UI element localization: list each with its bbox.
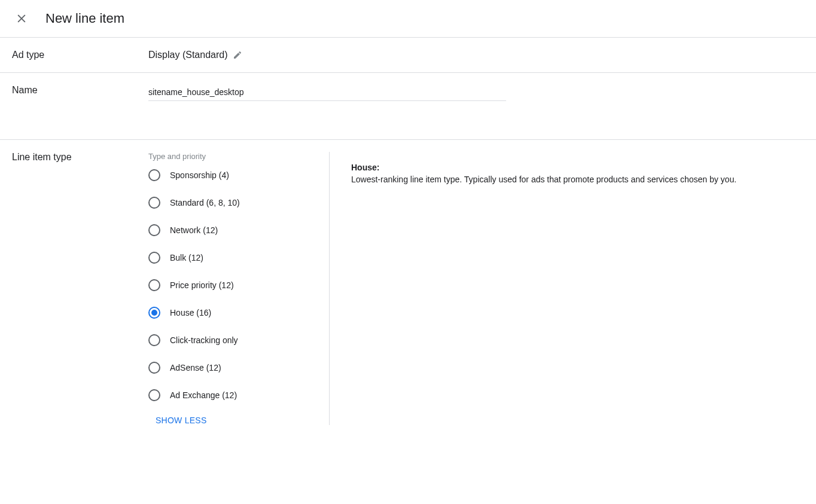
radio-icon xyxy=(148,252,160,264)
line-item-type-label: Line item type xyxy=(12,152,148,425)
radio-icon xyxy=(148,169,160,181)
line-item-type-option[interactable]: Standard (6, 8, 10) xyxy=(148,197,329,209)
edit-ad-type-button[interactable] xyxy=(233,50,242,60)
line-item-type-option[interactable]: Ad Exchange (12) xyxy=(148,389,329,401)
line-item-type-option[interactable]: Price priority (12) xyxy=(148,279,329,291)
radio-icon xyxy=(148,279,160,291)
radio-icon xyxy=(148,334,160,346)
vertical-divider xyxy=(329,152,330,425)
radio-label: Ad Exchange (12) xyxy=(170,390,237,400)
radio-icon xyxy=(148,307,160,319)
line-item-type-radio-group: Sponsorship (4)Standard (6, 8, 10)Networ… xyxy=(148,169,329,401)
dialog-header: New line item xyxy=(0,0,816,38)
line-item-type-option[interactable]: Bulk (12) xyxy=(148,252,329,264)
type-description-column: House: Lowest-ranking line item type. Ty… xyxy=(351,152,816,425)
name-input[interactable] xyxy=(148,85,506,101)
name-section: Name xyxy=(0,73,816,140)
radio-label: Standard (6, 8, 10) xyxy=(170,198,240,207)
name-label: Name xyxy=(12,85,148,101)
line-item-type-option[interactable]: Network (12) xyxy=(148,224,329,236)
type-priority-column: Type and priority Sponsorship (4)Standar… xyxy=(148,152,329,425)
radio-icon xyxy=(148,197,160,209)
type-priority-header: Type and priority xyxy=(148,152,329,161)
radio-label: Price priority (12) xyxy=(170,280,234,290)
show-less-button[interactable]: SHOW LESS xyxy=(156,416,329,425)
radio-label: Network (12) xyxy=(170,225,218,235)
close-button[interactable] xyxy=(14,11,29,26)
type-description-text: Lowest-ranking line item type. Typically… xyxy=(351,173,802,186)
line-item-type-option[interactable]: Sponsorship (4) xyxy=(148,169,329,181)
page-title: New line item xyxy=(45,11,124,26)
pencil-icon xyxy=(233,50,242,60)
radio-label: Sponsorship (4) xyxy=(170,170,229,180)
radio-label: Click-tracking only xyxy=(170,335,238,345)
radio-label: House (16) xyxy=(170,308,211,317)
close-icon xyxy=(16,13,28,25)
radio-label: Bulk (12) xyxy=(170,253,203,262)
radio-icon xyxy=(148,224,160,236)
ad-type-value: Display (Standard) xyxy=(148,50,228,60)
radio-icon xyxy=(148,389,160,401)
radio-icon xyxy=(148,362,160,374)
line-item-type-section: Line item type Type and priority Sponsor… xyxy=(0,140,816,437)
line-item-type-option[interactable]: AdSense (12) xyxy=(148,362,329,374)
line-item-type-option[interactable]: Click-tracking only xyxy=(148,334,329,346)
ad-type-label: Ad type xyxy=(12,50,148,60)
radio-label: AdSense (12) xyxy=(170,363,221,372)
line-item-type-option[interactable]: House (16) xyxy=(148,307,329,319)
type-description-title: House: xyxy=(351,163,802,172)
ad-type-section: Ad type Display (Standard) xyxy=(0,38,816,73)
